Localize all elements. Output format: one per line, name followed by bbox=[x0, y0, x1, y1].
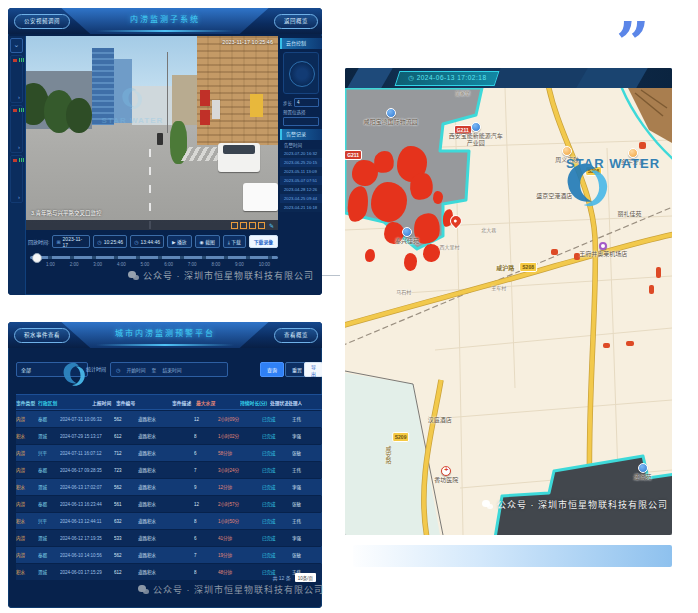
table-cell: 58分钟 bbox=[218, 450, 262, 456]
table-row[interactable]: 内涝秦都2024-06-13 16:23:44561道路积水122小时57分已完… bbox=[16, 496, 322, 512]
start-time-input[interactable]: ◷10:25:46 bbox=[93, 235, 127, 248]
table-cell: 秦都 bbox=[38, 416, 60, 422]
timeline-ticks: 1:002:003:004:005:006:007:008:009:0010:0… bbox=[30, 262, 278, 267]
table-cell: 6 bbox=[194, 451, 218, 456]
preset-select[interactable] bbox=[283, 117, 319, 126]
table-cell: 562 bbox=[114, 553, 138, 558]
map-poi-label[interactable]: 马石村 bbox=[396, 289, 411, 295]
table-row[interactable]: 内涝秦都2024-07-31 10:06:32562道路积水122小时09分已完… bbox=[16, 411, 322, 427]
view-overview-button[interactable]: 查看概览 bbox=[274, 328, 318, 343]
table-cell: 已完成 bbox=[262, 552, 292, 558]
video-tool-icon[interactable] bbox=[249, 222, 256, 229]
export-button[interactable]: 导出 bbox=[304, 362, 322, 377]
map-poi-label[interactable]: 咸安路 bbox=[384, 446, 391, 464]
event-table-panel: 城市内涝监测预警平台 积水事件查看 查看概览 全部∨ 统计时间 ◷ 开始时间 至… bbox=[8, 322, 322, 608]
table-cell: 1小时50分 bbox=[218, 518, 262, 524]
video-tool-icon[interactable] bbox=[231, 222, 238, 229]
video-tool-icon[interactable] bbox=[258, 222, 265, 229]
timeline-tick-label: 8:00 bbox=[211, 262, 220, 267]
table-header-cell[interactable]: 处理人 bbox=[288, 399, 302, 406]
table-cell: 48分钟 bbox=[218, 569, 262, 575]
alarm-record[interactable]: 2023-07-20 16:32 bbox=[280, 149, 322, 158]
alarm-record[interactable]: 2023-04-21 16:18 bbox=[280, 203, 322, 212]
table-cell: 张敏 bbox=[292, 450, 310, 456]
map-panel: ◷ 2024-06-13 17:02:18 bbox=[345, 68, 672, 535]
video-control-bar: ✎ bbox=[26, 220, 278, 230]
annotate-icon[interactable]: ✎ bbox=[269, 222, 274, 229]
map-poi-label[interactable]: 咸阳宝湾国际物流园 bbox=[364, 108, 418, 126]
alarm-record[interactable]: 2023-05-11 13:09 bbox=[280, 167, 322, 176]
chevron-down-icon[interactable]: ⌄ bbox=[10, 38, 23, 53]
table-cell: 道路积水 bbox=[138, 552, 194, 558]
table-cell: 已完成 bbox=[262, 433, 292, 439]
table-row[interactable]: 内涝秦都2024-06-17 09:28:35723道路积水73小时24分已完成… bbox=[16, 462, 322, 478]
table-cell: 41分钟 bbox=[218, 535, 262, 541]
video-tool-icon[interactable] bbox=[240, 222, 247, 229]
ptz-control-pad[interactable] bbox=[283, 52, 319, 94]
map-poi-label[interactable]: 北大巷 bbox=[481, 227, 496, 233]
preset-label: 预置位选择 bbox=[283, 109, 306, 115]
map-poi-label[interactable]: 咸沪路 bbox=[496, 265, 514, 272]
map-poi-label[interactable]: 泾滨苑 bbox=[634, 463, 652, 481]
playback-date-input[interactable]: ⊞2023-11-17 bbox=[52, 235, 90, 248]
map-poi-label[interactable]: 汉庭酒店 bbox=[428, 417, 452, 424]
query-button[interactable]: 查询 bbox=[260, 362, 284, 377]
poi-icon bbox=[386, 108, 396, 118]
alarm-record[interactable]: 2023-06-25 20:15 bbox=[280, 158, 322, 167]
alarm-record[interactable]: 2023-04-28 12:26 bbox=[280, 185, 322, 194]
map-poi-label[interactable]: 香坊医院 bbox=[434, 466, 458, 484]
quote-mark: ” bbox=[616, 14, 649, 72]
back-overview-button[interactable]: 返回概览 bbox=[274, 14, 318, 29]
map-poi-label[interactable]: 丽礼佳苑 bbox=[617, 211, 641, 218]
camera-list-item[interactable]: › bbox=[10, 105, 23, 153]
table-cell: 秦都 bbox=[38, 467, 60, 473]
map-body[interactable]: 吴家堡 咸阳宝湾国际物流园 西安宝能新能源汽车产业园 周义工陕 bbox=[345, 88, 672, 535]
step-input[interactable]: 4 bbox=[294, 98, 319, 107]
alarm-list: 2023-07-20 16:322023-06-25 20:152023-05-… bbox=[280, 149, 322, 212]
play-button[interactable]: ▶ 播放 bbox=[167, 235, 192, 248]
table-header-cell[interactable]: 最大水深 bbox=[196, 399, 240, 406]
snapshot-button[interactable]: ◉ 截图 bbox=[195, 235, 220, 248]
table-row[interactable]: 内涝兴平2024-07-11 16:07:12712道路积水658分钟已完成张敏 bbox=[16, 445, 322, 461]
map-poi-label[interactable]: 吴家堡 bbox=[455, 90, 470, 96]
table-header-cell[interactable]: 持续时长(分) bbox=[240, 399, 270, 406]
map-poi-label[interactable]: 秦兴佳苑 bbox=[395, 227, 419, 245]
table-header-cell[interactable]: 事件描述 bbox=[172, 399, 196, 406]
page-size-select[interactable]: 10条/页 bbox=[295, 573, 316, 582]
playback-timeline: 1:002:003:004:005:006:007:008:009:0010:0… bbox=[30, 256, 278, 267]
download-button[interactable]: ⤓ 下载 bbox=[223, 235, 246, 248]
end-time-input[interactable]: ◷13:44:46 bbox=[130, 235, 164, 248]
camera-list-item[interactable]: › bbox=[10, 155, 23, 203]
map-poi-label[interactable]: 西安宝能新能源汽车产业园 bbox=[449, 122, 503, 147]
timeline-track[interactable] bbox=[30, 256, 278, 259]
table-cell: 561 bbox=[114, 502, 138, 507]
map-poi-label[interactable]: 王车村 bbox=[491, 285, 506, 291]
table-header-cell[interactable]: 行政区划 bbox=[38, 399, 92, 406]
flood-events-button[interactable]: 积水事件查看 bbox=[14, 328, 70, 343]
table-cell: 积水 bbox=[16, 569, 38, 575]
map-poi-label[interactable]: 西大里村 bbox=[440, 244, 460, 250]
table-row[interactable]: 内涝秦都2024-06-10 14:10:56562道路积水719分钟已完成张敏 bbox=[16, 547, 322, 563]
timeline-tick-label: 1:00 bbox=[46, 262, 55, 267]
alarm-record[interactable]: 2023-05-07 07:51 bbox=[280, 176, 322, 185]
alarm-record[interactable]: 2023-04-25 09:44 bbox=[280, 194, 322, 203]
table-row[interactable]: 积水兴平2024-06-13 12:44:11632道路积水81小时50分已完成… bbox=[16, 513, 322, 529]
table-row[interactable]: 内涝渭城2024-06-12 17:19:35533道路积水641分钟已完成李强 bbox=[16, 530, 322, 546]
table-cell: 2024-06-13 16:23:44 bbox=[60, 502, 114, 507]
table-row[interactable]: 积水渭城2024-06-13 17:02:07562道路积水912分钟已完成李强 bbox=[16, 479, 322, 495]
table-header-cell[interactable]: 上报时间 bbox=[92, 399, 116, 406]
date-range-input[interactable]: ◷ 开始时间 至 结束时间 bbox=[110, 362, 228, 377]
table-cell: 秦都 bbox=[38, 501, 60, 507]
export-video-button[interactable]: 下载录像 bbox=[249, 235, 278, 248]
table-header-cell[interactable]: 事件编号 bbox=[116, 399, 172, 406]
video-source-button[interactable]: 公安视频调阅 bbox=[14, 14, 70, 29]
table-header-cell[interactable]: 事件类型 bbox=[16, 399, 38, 406]
map-poi-label[interactable]: 王府井奥莱机场店 bbox=[579, 242, 627, 258]
timeline-tick-label: 5:00 bbox=[141, 262, 150, 267]
table-header-cell[interactable]: 处理状态 bbox=[270, 399, 288, 406]
table-row[interactable]: 积水渭城2024-07-29 15:13:17612道路积水81小时02分已完成… bbox=[16, 428, 322, 444]
table-cell: 秦都 bbox=[38, 552, 60, 558]
table-cell: 已完成 bbox=[262, 450, 292, 456]
table-cell: 道路积水 bbox=[138, 467, 194, 473]
camera-list-item[interactable]: › bbox=[10, 55, 23, 103]
